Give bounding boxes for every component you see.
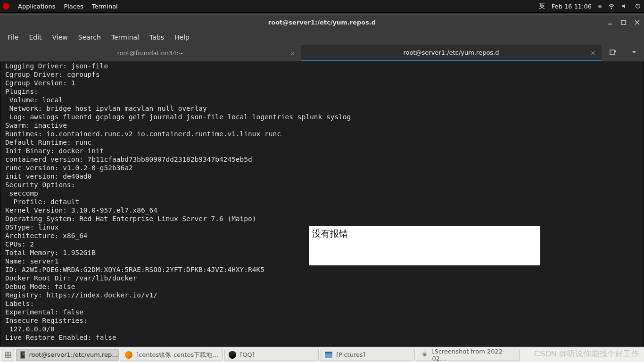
tab-label: root@server1:/etc/yum.repos.d	[403, 49, 499, 56]
menu-tabs[interactable]: Tabs	[145, 32, 169, 43]
redhat-logo-icon	[3, 3, 9, 9]
image-viewer-icon	[421, 351, 428, 359]
svg-rect-9	[5, 352, 8, 354]
menu-search[interactable]: Search	[74, 32, 106, 43]
task-pictures[interactable]: [Pictures]	[321, 349, 415, 361]
annotation-box: 没有报错	[309, 226, 540, 265]
annotation-text: 没有报错	[312, 229, 348, 239]
tab-close-icon[interactable]: ×	[590, 49, 596, 57]
tab-foundation[interactable]: root@foundation34:~ ×	[0, 45, 301, 61]
new-tab-button[interactable]	[609, 49, 617, 58]
close-button[interactable]	[634, 19, 640, 25]
task-screenshot[interactable]: [Screenshot from 2022-02…	[417, 349, 520, 361]
task-label: [QQ]	[240, 351, 255, 358]
minimize-button[interactable]	[607, 19, 613, 25]
ime-indicator[interactable]: 英	[539, 2, 545, 10]
task-label: [Pictures]	[336, 351, 365, 358]
power-icon[interactable]	[635, 3, 641, 9]
terminal-output[interactable]: Logging Driver: json-file Cgroup Driver:…	[0, 62, 644, 346]
clock[interactable]: Feb 16 11:06	[552, 3, 592, 10]
tab-label: root@foundation34:~	[117, 49, 183, 57]
menu-edit[interactable]: Edit	[24, 32, 46, 43]
places-menu[interactable]: Places	[64, 3, 83, 10]
task-firefox[interactable]: [centos镜像-centos下载地…	[121, 349, 223, 361]
svg-rect-11	[5, 355, 8, 358]
task-terminal[interactable]: root@server1:/etc/yum.rep…	[16, 349, 119, 361]
tab-close-icon[interactable]: ×	[289, 49, 295, 57]
menu-view[interactable]: View	[48, 32, 73, 43]
task-label: [Screenshot from 2022-02…	[432, 348, 516, 362]
menu-help[interactable]: Help	[170, 32, 194, 43]
volume-icon[interactable]	[621, 3, 628, 9]
recording-indicator-icon	[598, 5, 602, 8]
folder-icon	[325, 352, 332, 358]
svg-rect-6	[610, 50, 615, 55]
task-label: [centos镜像-centos下载地…	[136, 351, 218, 359]
tab-server1[interactable]: root@server1:/etc/yum.repos.d ×	[301, 45, 602, 61]
menubar: File Edit View Search Terminal Tabs Help	[0, 30, 644, 45]
maximize-button[interactable]	[620, 19, 627, 25]
terminal-menu[interactable]: Terminal	[92, 3, 118, 10]
applications-menu[interactable]: Applications	[18, 3, 55, 10]
window-titlebar: root@server1:/etc/yum.repos.d	[0, 14, 644, 30]
terminal-icon	[20, 351, 25, 359]
menu-file[interactable]: File	[3, 32, 23, 43]
qq-icon	[229, 351, 236, 359]
gnome-topbar: Applications Places Terminal 英 Feb 16 11…	[0, 0, 644, 13]
terminal-window: root@server1:/etc/yum.repos.d File Edit …	[0, 14, 644, 346]
task-qq[interactable]: [QQ]	[224, 349, 319, 361]
show-desktop-button[interactable]	[2, 349, 14, 361]
bottom-taskbar: root@server1:/etc/yum.rep… [centos镜像-cen…	[0, 347, 644, 362]
svg-rect-10	[8, 352, 11, 354]
svg-rect-3	[621, 20, 626, 25]
wifi-icon[interactable]	[608, 3, 615, 9]
menu-terminal[interactable]: Terminal	[107, 32, 144, 43]
svg-rect-12	[8, 355, 11, 358]
task-label: root@server1:/etc/yum.rep…	[29, 351, 118, 358]
window-title: root@server1:/etc/yum.repos.d	[268, 19, 376, 26]
tabbar: root@foundation34:~ × root@server1:/etc/…	[0, 45, 644, 62]
firefox-icon	[125, 351, 132, 359]
tab-menu-button[interactable]	[631, 49, 637, 57]
